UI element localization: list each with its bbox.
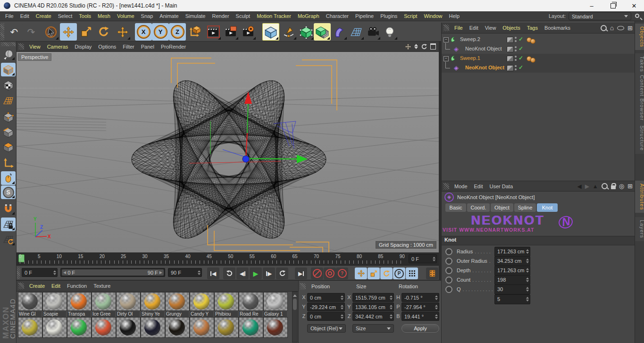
undo-button[interactable]: ↶ xyxy=(6,23,23,41)
menu-item[interactable]: MoGraph xyxy=(294,12,323,20)
menu-item[interactable]: File xyxy=(2,12,17,20)
home-icon[interactable]: ⌂ xyxy=(610,24,614,32)
viewport-3d-scene[interactable]: YZX xyxy=(17,52,439,252)
tab-layers[interactable]: Layers xyxy=(635,217,644,241)
texture-tag-icon[interactable] xyxy=(530,39,535,44)
rotation-b-field[interactable]: 19.441 ° xyxy=(401,312,439,321)
attribute-field[interactable]: 5 xyxy=(494,294,530,304)
scale-tool-button[interactable] xyxy=(77,23,94,41)
material-item[interactable]: Phibiou xyxy=(214,292,238,318)
attribute-field[interactable]: 171.263 cm xyxy=(494,266,530,276)
path-icon[interactable] xyxy=(617,26,624,30)
layer-chip[interactable] xyxy=(507,56,514,62)
attribute-menu-item[interactable]: Edit xyxy=(471,183,486,190)
tree-row-neoknot2[interactable]: ◈ NeoKnot Object ✓ xyxy=(442,63,635,73)
spinner[interactable] xyxy=(52,269,57,276)
next-frame-button[interactable]: ▶ xyxy=(263,268,275,279)
object-menu-item[interactable]: Tags xyxy=(524,24,541,32)
lock-x-axis-button[interactable]: X xyxy=(135,23,152,41)
menu-item[interactable]: Window xyxy=(420,12,445,20)
play-backwards-button[interactable] xyxy=(223,268,235,279)
go-to-end-button[interactable]: ▶ xyxy=(295,268,307,279)
collapse-icon[interactable]: − xyxy=(443,56,449,61)
preview-range-slider[interactable]: ◀ 0 F 90 F ▶ xyxy=(60,268,165,277)
spinner[interactable] xyxy=(525,267,529,274)
material-scrollbar[interactable] xyxy=(292,292,298,343)
lock-y-axis-button[interactable]: Y xyxy=(152,23,169,41)
spinner[interactable] xyxy=(432,256,436,262)
position-y-field[interactable]: -29.224 cm xyxy=(307,302,345,311)
history-back-icon[interactable]: ◀ xyxy=(577,183,581,190)
environment-floor-button[interactable] xyxy=(348,23,365,41)
tab-spline[interactable]: Spline xyxy=(514,203,536,212)
spinner[interactable] xyxy=(525,286,529,293)
material-grip[interactable] xyxy=(18,283,24,289)
position-z-field[interactable]: 0 cm xyxy=(307,312,345,321)
apply-button[interactable]: Apply xyxy=(401,324,439,333)
spinner[interactable] xyxy=(389,313,393,320)
coordinate-grip[interactable] xyxy=(300,283,306,290)
render-view-button[interactable] xyxy=(205,23,222,41)
material-item[interactable] xyxy=(42,317,66,338)
coordinate-mode-dropdown[interactable]: Object (Rel) xyxy=(307,324,346,333)
tree-row-neoknot1[interactable]: ◈ NeoKnot Object ✓ xyxy=(442,44,635,54)
start-frame-field[interactable]: 0 F xyxy=(22,268,58,277)
model-mode-button[interactable] xyxy=(1,63,16,76)
keyframe-radio[interactable] xyxy=(445,286,452,293)
add-icon[interactable]: ⊞ xyxy=(627,25,633,32)
menu-item[interactable]: Mesh xyxy=(94,12,114,20)
enabled-check-icon[interactable]: ✓ xyxy=(519,36,523,42)
menu-item[interactable]: Pipeline xyxy=(352,12,377,20)
points-mode-button[interactable] xyxy=(1,110,16,124)
history-forward-icon[interactable]: ▶ xyxy=(585,183,589,190)
material-item[interactable]: Soapie xyxy=(42,292,66,318)
current-frame-field[interactable]: 0 F xyxy=(409,254,437,263)
tab-attributes[interactable]: Attributes xyxy=(635,181,644,213)
tab-basic[interactable]: Basic xyxy=(445,203,466,212)
menu-item[interactable]: Plugins xyxy=(377,12,401,20)
autokey-button[interactable] xyxy=(324,268,336,279)
camera-button[interactable] xyxy=(364,23,381,41)
timeline-window-button[interactable] xyxy=(426,268,438,279)
timeline-ruler[interactable]: 051015202530354045505560657075808590 0 F xyxy=(17,253,439,266)
target-icon[interactable]: ◎ xyxy=(619,183,624,190)
keyframe-radio[interactable] xyxy=(445,276,452,284)
menu-item[interactable]: Create xyxy=(33,12,55,20)
spinner[interactable] xyxy=(525,248,529,255)
enabled-check-icon[interactable]: ✓ xyxy=(519,45,523,52)
minimize-button[interactable]: – xyxy=(582,0,602,11)
deformers-button[interactable] xyxy=(331,23,348,41)
size-x-field[interactable]: 1515.759 cm xyxy=(352,293,394,302)
material-menu-item[interactable]: Function xyxy=(64,282,90,290)
menu-item[interactable]: Edit xyxy=(17,12,33,20)
object-menu-item[interactable]: View xyxy=(482,24,500,32)
position-key-toggle[interactable] xyxy=(355,268,367,279)
toolbar-grip[interactable] xyxy=(0,23,4,41)
attribute-field[interactable]: 30 xyxy=(494,284,530,294)
material-menu-item[interactable]: Texture xyxy=(90,282,114,290)
add-spline-pen-button[interactable] xyxy=(280,23,297,41)
rotate-tool-button[interactable] xyxy=(95,23,112,41)
spinner[interactable] xyxy=(525,296,529,302)
visibility-dots[interactable] xyxy=(515,65,517,71)
keyframe-selection-button[interactable]: ? xyxy=(336,268,348,279)
layout-dropdown[interactable]: Standard xyxy=(569,12,631,20)
tab-objects[interactable]: Objects xyxy=(635,24,644,50)
play-loop-button[interactable] xyxy=(276,268,288,279)
live-selection-button[interactable] xyxy=(42,23,59,41)
menu-item[interactable]: Select xyxy=(55,12,76,20)
attribute-menu-item[interactable]: User Data xyxy=(486,183,517,190)
spinner[interactable] xyxy=(340,304,344,310)
material-item[interactable]: Shiny Ye xyxy=(141,292,164,318)
tweak-mode-button[interactable] xyxy=(1,171,16,185)
visibility-dots[interactable] xyxy=(515,56,517,61)
material-item[interactable]: Wine Gl xyxy=(18,292,42,318)
object-menu-item[interactable]: File xyxy=(451,24,466,32)
tab-coord[interactable]: Coord. xyxy=(467,203,490,212)
tab-structure[interactable]: Structure xyxy=(635,123,644,154)
menu-item[interactable]: Sculpt xyxy=(233,12,254,20)
menu-item[interactable]: Tools xyxy=(75,12,94,20)
layer-chip[interactable] xyxy=(507,65,514,71)
size-mode-dropdown[interactable]: Size xyxy=(352,324,394,333)
edges-mode-button[interactable] xyxy=(1,125,16,139)
